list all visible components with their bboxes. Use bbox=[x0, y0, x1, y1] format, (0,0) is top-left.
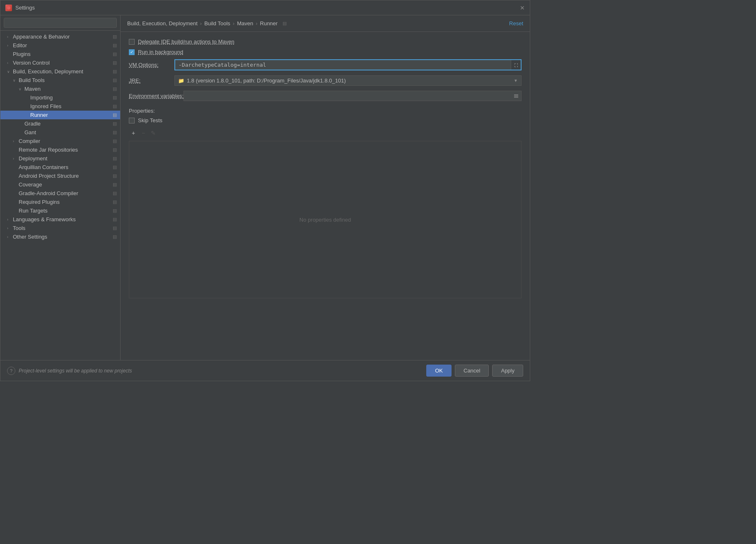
ok-button[interactable]: OK bbox=[426, 365, 452, 377]
chevron-icon: › bbox=[13, 139, 19, 143]
help-button[interactable]: ? bbox=[7, 367, 15, 375]
sidebar-item-label: Build, Execution, Deployment bbox=[13, 68, 111, 75]
main-content: › Appearance & Behavior ▤ › Editor ▤ Plu… bbox=[0, 15, 530, 360]
run-background-checkbox[interactable] bbox=[129, 49, 135, 55]
sidebar-item-gradle-android[interactable]: Gradle-Android Compiler ▤ bbox=[0, 189, 120, 198]
delegate-ide-checkbox[interactable] bbox=[129, 39, 135, 45]
sidebar-item-label: Version Control bbox=[13, 60, 111, 66]
breadcrumb-bar: Build, Execution, Deployment › Build Too… bbox=[121, 15, 530, 32]
skip-tests-checkbox[interactable] bbox=[129, 118, 135, 123]
sidebar-item-label: Other Settings bbox=[13, 234, 111, 240]
sidebar-item-editor[interactable]: › Editor ▤ bbox=[0, 41, 120, 50]
right-panel: Build, Execution, Deployment › Build Too… bbox=[121, 15, 530, 360]
pin-icon: ▤ bbox=[113, 208, 117, 213]
sidebar-item-android-project[interactable]: Android Project Structure ▤ bbox=[0, 172, 120, 180]
chevron-icon: ∨ bbox=[19, 87, 24, 91]
sidebar-item-label: Android Project Structure bbox=[19, 173, 111, 179]
env-expand-button[interactable] bbox=[511, 94, 521, 99]
sidebar-item-label: Gant bbox=[24, 129, 111, 135]
app-icon bbox=[5, 5, 12, 11]
sidebar-item-deployment[interactable]: › Deployment ▤ bbox=[0, 154, 120, 163]
sidebar-item-runner[interactable]: Runner ▤ bbox=[0, 111, 120, 119]
close-button[interactable]: ✕ bbox=[520, 5, 525, 11]
svg-rect-1 bbox=[514, 94, 518, 95]
properties-section: Properties: Skip Tests + − ✎ No properti… bbox=[129, 108, 522, 298]
breadcrumb-part4: Runner bbox=[260, 20, 278, 27]
run-background-label: Run in background bbox=[138, 49, 183, 55]
jre-select-inner: 📁 1.8 (version 1.8.0_101, path: D:/Progr… bbox=[178, 77, 514, 84]
sidebar-item-label: Maven bbox=[24, 86, 111, 92]
properties-label: Properties: bbox=[129, 108, 522, 114]
chevron-icon: › bbox=[7, 44, 13, 48]
chevron-icon: ∨ bbox=[7, 70, 13, 74]
breadcrumb-part2: Build Tools bbox=[204, 20, 230, 27]
bottom-left: ? Project-level settings will be applied… bbox=[7, 367, 132, 375]
jre-label: JRE: bbox=[129, 77, 174, 84]
jre-select[interactable]: 📁 1.8 (version 1.8.0_101, path: D:/Progr… bbox=[174, 75, 522, 86]
properties-toolbar: + − ✎ bbox=[129, 128, 522, 138]
env-variables-input[interactable] bbox=[184, 91, 511, 101]
reset-button[interactable]: Reset bbox=[509, 20, 523, 27]
sidebar-item-label: Gradle-Android Compiler bbox=[19, 190, 111, 196]
sidebar-item-other-settings[interactable]: › Other Settings ▤ bbox=[0, 232, 120, 241]
sidebar-item-label: Languages & Frameworks bbox=[13, 216, 111, 222]
pin-icon: ▤ bbox=[113, 147, 117, 152]
sidebar-item-gradle[interactable]: Gradle ▤ bbox=[0, 119, 120, 128]
breadcrumb-part3: Maven bbox=[237, 20, 253, 27]
skip-tests-row: Skip Tests bbox=[129, 117, 522, 123]
sidebar-item-label: Appearance & Behavior bbox=[13, 34, 111, 40]
sidebar-item-remote-jar[interactable]: Remote Jar Repositories ▤ bbox=[0, 145, 120, 154]
sidebar-item-run-targets[interactable]: Run Targets ▤ bbox=[0, 206, 120, 215]
title-bar-left: Settings bbox=[5, 5, 35, 11]
pin-icon: ▤ bbox=[113, 138, 117, 144]
sidebar-item-plugins[interactable]: Plugins ▤ bbox=[0, 50, 120, 58]
sidebar-item-label: Deployment bbox=[19, 155, 111, 162]
search-box bbox=[0, 15, 120, 31]
sidebar-item-label: Coverage bbox=[19, 181, 111, 188]
pin-icon: ▤ bbox=[113, 69, 117, 74]
pin-icon: ▤ bbox=[113, 199, 117, 205]
sidebar-item-arquillian[interactable]: Arquillian Containers ▤ bbox=[0, 163, 120, 172]
sidebar-item-tools[interactable]: › Tools ▤ bbox=[0, 224, 120, 232]
sidebar-item-languages[interactable]: › Languages & Frameworks ▤ bbox=[0, 215, 120, 224]
apply-button[interactable]: Apply bbox=[492, 365, 523, 377]
pin-icon: ▤ bbox=[113, 173, 117, 179]
sidebar-item-gant[interactable]: Gant ▤ bbox=[0, 128, 120, 137]
sidebar-item-compiler[interactable]: › Compiler ▤ bbox=[0, 137, 120, 145]
vm-expand-button[interactable] bbox=[511, 60, 521, 70]
sidebar-item-ignored-files[interactable]: Ignored Files ▤ bbox=[0, 102, 120, 111]
sidebar-item-label: Runner bbox=[30, 112, 111, 118]
env-variables-label: Environment variables: bbox=[129, 93, 184, 99]
edit-property-button[interactable]: ✎ bbox=[149, 128, 158, 138]
search-input[interactable] bbox=[4, 18, 117, 28]
sidebar-item-required-plugins[interactable]: Required Plugins ▤ bbox=[0, 198, 120, 206]
remove-property-button[interactable]: − bbox=[139, 128, 148, 138]
sidebar-item-appearance[interactable]: › Appearance & Behavior ▤ bbox=[0, 32, 120, 41]
add-property-button[interactable]: + bbox=[129, 128, 138, 138]
vm-options-label: VM Options: bbox=[129, 62, 174, 68]
dropdown-arrow-icon: ▼ bbox=[514, 78, 518, 83]
vm-options-input[interactable] bbox=[175, 60, 511, 70]
sidebar-item-version-control[interactable]: › Version Control ▤ bbox=[0, 58, 120, 67]
sidebar-item-maven[interactable]: ∨ Maven ▤ bbox=[0, 85, 120, 93]
settings-dialog: Settings ✕ › Appearance & Behavior ▤ › E… bbox=[0, 0, 530, 381]
breadcrumb-sep1: › bbox=[200, 20, 202, 27]
sidebar-item-label: Plugins bbox=[13, 51, 111, 57]
status-text: Project-level settings will be applied t… bbox=[19, 368, 132, 374]
svg-point-0 bbox=[7, 6, 10, 10]
cancel-button[interactable]: Cancel bbox=[455, 365, 489, 377]
pin-icon: ▤ bbox=[113, 34, 117, 39]
delegate-ide-row: Delegate IDE build/run actions to Maven bbox=[129, 39, 522, 45]
sidebar-item-coverage[interactable]: Coverage ▤ bbox=[0, 180, 120, 189]
sidebar-item-importing[interactable]: Importing ▤ bbox=[0, 93, 120, 102]
chevron-icon: › bbox=[7, 218, 13, 222]
vm-options-row: VM Options: bbox=[129, 59, 522, 70]
pin-icon: ▤ bbox=[113, 95, 117, 100]
sidebar-item-label: Required Plugins bbox=[19, 199, 111, 205]
breadcrumb-icon: ▤ bbox=[283, 21, 287, 26]
sidebar-item-build-tools[interactable]: ∨ Build Tools ▤ bbox=[0, 76, 120, 85]
breadcrumb: Build, Execution, Deployment › Build Too… bbox=[127, 20, 287, 27]
sidebar-item-build-exec[interactable]: ∨ Build, Execution, Deployment ▤ bbox=[0, 67, 120, 76]
run-background-row: Run in background bbox=[129, 49, 522, 55]
sidebar-item-label: Run Targets bbox=[19, 208, 111, 214]
